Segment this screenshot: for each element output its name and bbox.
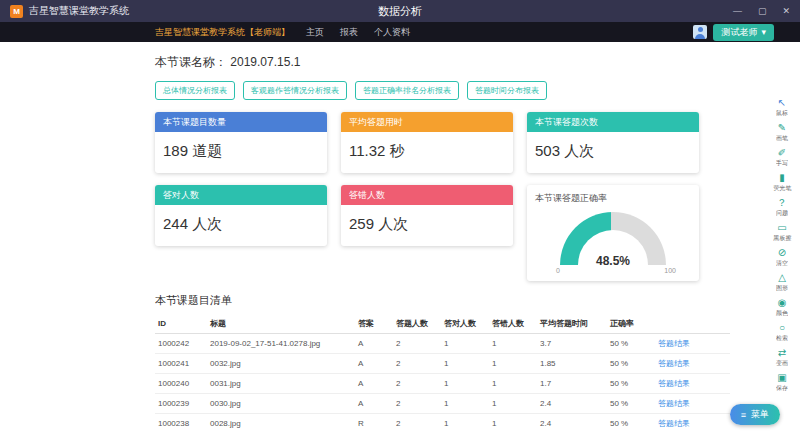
- lesson-label: 本节课名称：: [155, 55, 227, 69]
- table-cell: A: [355, 334, 393, 354]
- report-button[interactable]: 总体情况分析报表: [155, 81, 235, 100]
- table-cell: 1: [441, 334, 489, 354]
- tool-mouse[interactable]: ↖鼠标: [766, 96, 798, 119]
- tool-search[interactable]: ○检索: [766, 321, 798, 344]
- answer-result-link[interactable]: 答题结果: [658, 339, 690, 348]
- tool-eraser[interactable]: ▭黑板擦: [766, 221, 798, 244]
- gauge-card: 本节课答题正确率 48.5% 0 100: [527, 185, 699, 281]
- tool-handwrite[interactable]: ✐手写: [766, 146, 798, 169]
- answer-result-link[interactable]: 答题结果: [658, 379, 690, 388]
- report-buttons: 总体情况分析报表客观题作答情况分析报表答题正确率排名分析报表答题时间分布报表: [155, 81, 730, 100]
- table-cell: 1000242: [155, 334, 207, 354]
- table-cell: 2: [393, 334, 441, 354]
- tool-label: 荧光笔: [773, 184, 791, 193]
- brand-label: 吉星智慧课堂教学系统【老师端】: [155, 26, 290, 39]
- gauge-value: 48.5%: [560, 254, 666, 268]
- tool-switch[interactable]: ⇄变画: [766, 346, 798, 369]
- gauge-min-label: 0: [556, 267, 560, 274]
- stat-card: 本节课答题次数503 人次: [527, 112, 699, 173]
- table-row: 10002380028.jpgR2112.450 %答题结果: [155, 414, 730, 433]
- tool-label: 画笔: [776, 134, 788, 143]
- table-cell: R: [355, 414, 393, 433]
- stat-card: 答对人数244 人次: [155, 185, 327, 246]
- tool-label: 保存: [776, 384, 788, 393]
- table-row: 10002400031.jpgA2111.750 %答题结果: [155, 374, 730, 394]
- eraser-icon: ▭: [777, 222, 786, 233]
- stat-card-title: 平均答题用时: [341, 112, 513, 132]
- window-controls: — ▢ ✕: [733, 0, 790, 22]
- table-cell: 1: [489, 354, 537, 374]
- table-cell: A: [355, 394, 393, 414]
- switch-icon: ⇄: [778, 347, 786, 358]
- answer-result-link[interactable]: 答题结果: [658, 399, 690, 408]
- tool-save[interactable]: ▣保存: [766, 371, 798, 394]
- handwriting-icon: ✐: [778, 147, 786, 158]
- stat-card-value: 259 人次: [341, 205, 513, 246]
- clear-icon: ⊘: [778, 247, 786, 258]
- table-cell: 50 %: [607, 354, 655, 374]
- tool-label: 清空: [776, 259, 788, 268]
- stat-card-title: 本节课题目数量: [155, 112, 327, 132]
- table-header-cell: 答错人数: [489, 314, 537, 334]
- stat-card-title: 答错人数: [341, 185, 513, 205]
- close-icon[interactable]: ✕: [782, 0, 790, 22]
- stat-card: 答错人数259 人次: [341, 185, 513, 246]
- color-icon: ◉: [778, 297, 787, 308]
- table-cell: 2.4: [537, 414, 607, 433]
- table-body: 10002422019-09-02_17-51-41.0278.jpgA2113…: [155, 334, 730, 433]
- table-cell: 1000241: [155, 354, 207, 374]
- maximize-icon[interactable]: ▢: [758, 0, 767, 22]
- table-cell: 2: [393, 394, 441, 414]
- tool-brush[interactable]: ✎画笔: [766, 121, 798, 144]
- tool-label: 黑板擦: [773, 234, 791, 243]
- stat-card-title: 答对人数: [155, 185, 327, 205]
- tool-question[interactable]: ？问题: [766, 196, 798, 219]
- stat-card-value: 244 人次: [155, 205, 327, 246]
- table-cell: 1000239: [155, 394, 207, 414]
- report-button[interactable]: 答题时间分布报表: [467, 81, 547, 100]
- user-avatar: [693, 25, 707, 39]
- table-row: 10002422019-09-02_17-51-41.0278.jpgA2113…: [155, 334, 730, 354]
- table-cell: 2.4: [537, 394, 607, 414]
- nav-item-profile[interactable]: 个人资料: [374, 26, 410, 39]
- lesson-name: 2019.07.15.1: [230, 55, 300, 69]
- minimize-icon[interactable]: —: [733, 0, 742, 22]
- report-button[interactable]: 客观题作答情况分析报表: [243, 81, 347, 100]
- question-table: ID标题答案答题人数答对人数答错人数平均答题时间正确率 10002422019-…: [155, 314, 730, 433]
- table-cell: 2: [393, 354, 441, 374]
- table-cell: 1000240: [155, 374, 207, 394]
- table-header-cell: 答题人数: [393, 314, 441, 334]
- stat-card: 平均答题用时11.32 秒: [341, 112, 513, 173]
- nav-item-reports[interactable]: 报表: [340, 26, 358, 39]
- side-toolbar: ↖鼠标✎画笔✐手写▮荧光笔？问题▭黑板擦⊘清空△图形◉颜色○检索⇄变画▣保存: [766, 96, 798, 394]
- stat-card: 本节课题目数量189 道题: [155, 112, 327, 173]
- menu-icon: ≡: [741, 410, 746, 420]
- tool-clear[interactable]: ⊘清空: [766, 246, 798, 269]
- tool-label: 图形: [776, 284, 788, 293]
- table-header-cell: 标题: [207, 314, 355, 334]
- table-cell: 0028.jpg: [207, 414, 355, 433]
- tool-label: 手写: [776, 159, 788, 168]
- table-header-cell: ID: [155, 314, 207, 334]
- answer-result-link[interactable]: 答题结果: [658, 419, 690, 428]
- table-cell: 2: [393, 414, 441, 433]
- table-cell: 1: [489, 334, 537, 354]
- table-header-cell: 正确率: [607, 314, 655, 334]
- menu-button[interactable]: ≡ 菜单: [730, 404, 780, 425]
- table-cell: 1000238: [155, 414, 207, 433]
- tool-shapes[interactable]: △图形: [766, 271, 798, 294]
- answer-result-link[interactable]: 答题结果: [658, 359, 690, 368]
- table-header-cell: 答对人数: [441, 314, 489, 334]
- tool-label: 颜色: [776, 309, 788, 318]
- brush-icon: ✎: [778, 122, 786, 133]
- user-menu-button[interactable]: 测试老师 ▾: [713, 24, 774, 41]
- nav-item-home[interactable]: 主页: [306, 26, 324, 39]
- tool-color[interactable]: ◉颜色: [766, 296, 798, 319]
- table-cell: 1: [441, 414, 489, 433]
- table-cell: 1: [489, 414, 537, 433]
- table-cell: 3.7: [537, 334, 607, 354]
- table-cell: 0030.jpg: [207, 394, 355, 414]
- titlebar: M 吉星智慧课堂教学系统 数据分析 — ▢ ✕: [0, 0, 800, 22]
- tool-highlighter[interactable]: ▮荧光笔: [766, 171, 798, 194]
- report-button[interactable]: 答题正确率排名分析报表: [355, 81, 459, 100]
